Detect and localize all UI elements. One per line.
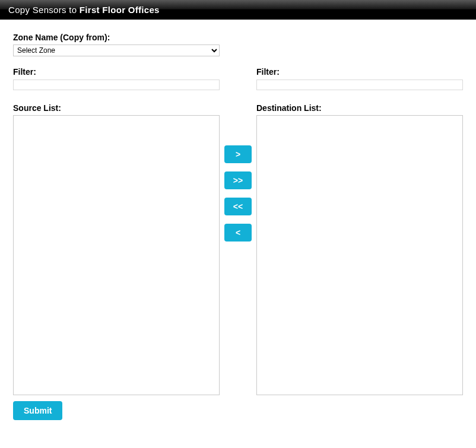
destination-list-label: Destination List:: [256, 103, 463, 113]
source-column: Filter: Source List:: [13, 67, 220, 395]
header-prefix: Copy Sensors to: [8, 5, 80, 15]
transfer-columns: Filter: Source List: > >> << < Filter: D…: [13, 67, 463, 395]
submit-row: Submit: [13, 401, 463, 420]
zone-select[interactable]: Select Zone: [13, 45, 220, 56]
submit-button[interactable]: Submit: [13, 401, 62, 420]
source-listbox[interactable]: [13, 115, 220, 395]
source-filter-label: Filter:: [13, 67, 220, 77]
header-target-zone: First Floor Offices: [80, 5, 160, 15]
source-list-label: Source List:: [13, 103, 220, 113]
zone-label: Zone Name (Copy from):: [13, 33, 463, 42]
destination-listbox[interactable]: [256, 115, 463, 395]
source-filter-input[interactable]: [13, 80, 220, 90]
move-all-right-button[interactable]: >>: [224, 171, 252, 189]
zone-select-group: Zone Name (Copy from): Select Zone: [13, 33, 463, 56]
dialog-header: Copy Sensors to First Floor Offices: [0, 0, 476, 20]
destination-list-group: Destination List:: [256, 103, 463, 395]
destination-column: Filter: Destination List:: [256, 67, 463, 395]
source-filter-group: Filter:: [13, 67, 220, 90]
move-left-button[interactable]: <: [224, 224, 252, 242]
transfer-buttons: > >> << <: [220, 67, 256, 242]
source-list-group: Source List:: [13, 103, 220, 395]
destination-filter-label: Filter:: [256, 67, 463, 77]
move-right-button[interactable]: >: [224, 145, 252, 163]
dialog-body: Zone Name (Copy from): Select Zone Filte…: [0, 20, 476, 433]
destination-filter-group: Filter:: [256, 67, 463, 90]
destination-filter-input[interactable]: [256, 80, 463, 90]
move-all-left-button[interactable]: <<: [224, 198, 252, 215]
